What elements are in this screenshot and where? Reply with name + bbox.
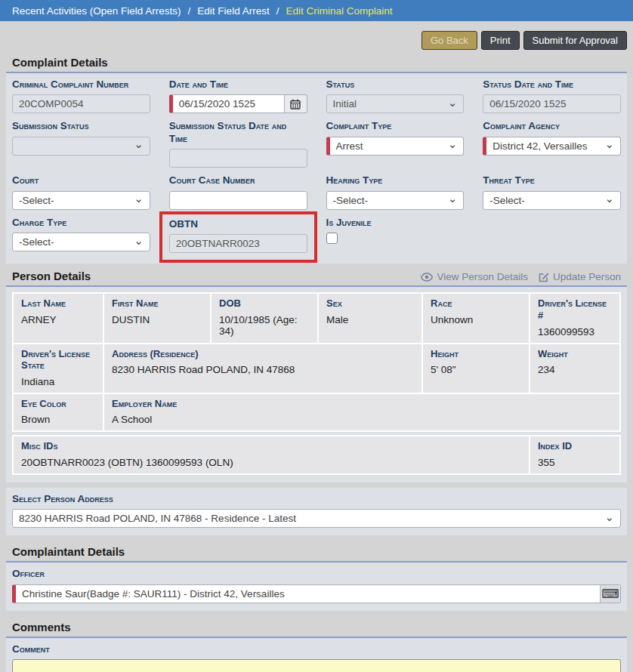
date-and-time-input[interactable] [169, 94, 285, 113]
table-row: Misc IDs20OBTNARR0023 (OBTN) 1360099593 … [13, 436, 620, 474]
go-back-button[interactable]: Go Back [421, 31, 477, 50]
table-row: Last NameARNEY First NameDUSTIN DOB10/10… [13, 293, 620, 343]
threat-type-select[interactable]: -Select- ⌄ [483, 191, 621, 210]
field-label: Court [12, 174, 150, 186]
breadcrumb: Recent Activities (Open Field Arrests) /… [0, 0, 633, 21]
selected-value: -Select- [19, 236, 54, 248]
field-is-juvenile: Is Juvenile [326, 217, 465, 256]
selected-value: 8230 HARRIS Road POLAND, IN 47868 - Resi… [19, 513, 296, 524]
field-label: Threat Type [483, 174, 621, 186]
submission-status-select: ⌄ [12, 137, 150, 156]
field-label: OBTN [169, 218, 307, 230]
officer-input[interactable] [12, 584, 621, 603]
is-juvenile-checkbox[interactable] [326, 233, 338, 244]
cell-drivers-license-number: Driver's License #1360099593 [530, 293, 620, 343]
comments-panel: Comment [6, 638, 627, 672]
selected-value: District 42, Versailles [493, 140, 587, 152]
field-label: Complaint Type [326, 120, 465, 132]
charge-type-select[interactable]: -Select- ⌄ [12, 233, 150, 251]
hearing-type-select[interactable]: -Select- ⌄ [326, 191, 465, 210]
select-person-address-panel: Select Person Address 8230 HARRIS Road P… [6, 488, 627, 535]
submit-for-approval-button[interactable]: Submit for Approval [523, 31, 627, 50]
selected-value: -Select- [489, 195, 525, 206]
obtn-input [169, 234, 307, 253]
complaint-type-select[interactable]: Arrest ⌄ [326, 137, 465, 156]
field-label: Officer [12, 568, 621, 580]
field-label: Hearing Type [326, 174, 465, 186]
field-label: Complaint Agency [483, 120, 621, 132]
breadcrumb-separator: / [188, 5, 191, 17]
field-submission-status: Submission Status ⌄ [12, 120, 150, 168]
comment-textarea[interactable] [12, 659, 621, 672]
grid-spacer [483, 217, 621, 256]
field-court-case-number: Court Case Number [169, 174, 307, 209]
selected-value: Arrest [336, 140, 363, 152]
submission-status-date-input [169, 149, 307, 168]
calendar-button[interactable] [285, 94, 307, 113]
table-row: Driver's License StateIndiana Address (R… [13, 344, 620, 393]
section-title: Comments [12, 621, 71, 633]
person-address-select[interactable]: 8230 HARRIS Road POLAND, IN 47868 - Resi… [12, 509, 621, 528]
cell-misc-ids: Misc IDs20OBTNARR0023 (OBTN) 1360099593 … [13, 436, 530, 474]
section-title: Complaint Details [12, 56, 108, 69]
person-misc-table: Misc IDs20OBTNARR0023 (OBTN) 1360099593 … [12, 435, 621, 475]
selected-value: -Select- [333, 195, 369, 206]
field-label: Select Person Address [12, 493, 621, 505]
selected-value: -Select- [19, 195, 54, 206]
cell-last-name: Last NameARNEY [13, 293, 103, 343]
print-button[interactable]: Print [481, 31, 520, 50]
field-label: Court Case Number [169, 174, 307, 186]
field-label: Criminal Complaint Number [12, 79, 150, 91]
cell-race: RaceUnknown [422, 293, 530, 343]
complaint-agency-select[interactable]: District 42, Versailles ⌄ [483, 137, 621, 156]
field-criminal-complaint-number: Criminal Complaint Number [12, 79, 150, 113]
field-label: Comment [12, 643, 621, 655]
field-date-and-time: Date and Time [169, 79, 307, 113]
cell-address-residence: Address (Residence)8230 HARRIS Road POLA… [103, 344, 422, 393]
field-label: Status Date and Time [483, 79, 621, 91]
pencil-square-icon [539, 272, 549, 282]
cell-drivers-license-state: Driver's License StateIndiana [13, 344, 103, 393]
field-obtn: OBTN [169, 217, 307, 256]
view-person-details-link[interactable]: View Person Details [421, 271, 528, 282]
field-label: Status [326, 79, 465, 91]
field-submission-status-date-and-time: Submission Status Date and Time [169, 120, 307, 168]
table-row: Eye ColorBrown Employer NameA School [13, 393, 620, 432]
court-select[interactable]: -Select- ⌄ [12, 191, 150, 210]
cell-first-name: First NameDUSTIN [103, 293, 211, 343]
field-status: Status Initial ⌄ [326, 79, 465, 113]
person-details-panel: Last NameARNEY First NameDUSTIN DOB10/10… [6, 287, 627, 482]
field-charge-type: Charge Type -Select- ⌄ [12, 217, 150, 256]
cell-dob: DOB10/10/1985 (Age: 34) [211, 293, 318, 343]
breadcrumb-recent-activities[interactable]: Recent Activities (Open Field Arrests) [12, 5, 181, 17]
eye-icon [421, 273, 433, 282]
field-label: Date and Time [169, 79, 307, 91]
field-label: Submission Status [12, 120, 150, 132]
field-court: Court -Select- ⌄ [12, 174, 150, 209]
field-complaint-agency: Complaint Agency District 42, Versailles… [483, 120, 621, 168]
link-label: View Person Details [437, 271, 528, 282]
breadcrumb-edit-field-arrest[interactable]: Edit Field Arrest [197, 5, 269, 17]
obtn-highlight-box: OBTN [159, 211, 317, 263]
cell-sex: SexMale [318, 293, 422, 343]
breadcrumb-edit-criminal-complaint: Edit Criminal Complaint [286, 5, 392, 17]
update-person-link[interactable]: Update Person [539, 271, 621, 282]
status-date-and-time-input [483, 94, 621, 113]
field-label: Submission Status Date and Time [169, 120, 307, 145]
status-select: Initial ⌄ [326, 94, 465, 113]
comments-heading: Comments [6, 620, 627, 638]
complaintant-details-heading: Complaintant Details [6, 544, 627, 563]
field-hearing-type: Hearing Type -Select- ⌄ [326, 174, 465, 209]
field-label: Is Juvenile [326, 217, 465, 229]
field-complaint-type: Complaint Type Arrest ⌄ [326, 120, 465, 168]
cell-weight: Weight234 [530, 344, 620, 393]
keyboard-icon[interactable]: ⌨ [600, 585, 620, 603]
court-case-number-input[interactable] [169, 191, 307, 210]
complaintant-details-panel: Officer ⌨ [6, 563, 627, 610]
field-threat-type: Threat Type -Select- ⌄ [483, 174, 621, 209]
section-title: Person Details [12, 270, 91, 282]
person-details-heading: Person Details View Person Details Updat… [6, 269, 627, 287]
action-toolbar: Go Back Print Submit for Approval [0, 21, 633, 55]
criminal-complaint-number-input [12, 94, 150, 113]
cell-index-id: Index ID355 [530, 436, 620, 474]
